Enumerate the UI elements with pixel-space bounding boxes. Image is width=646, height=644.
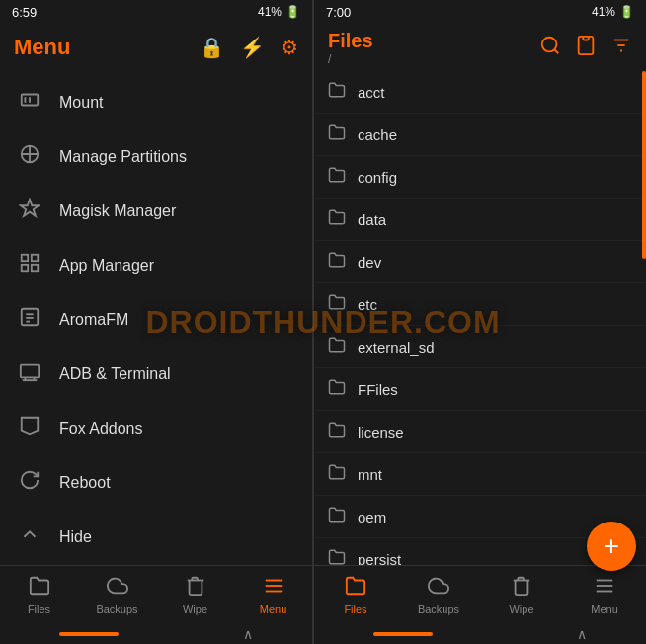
menu-item-adb[interactable]: ADB & Terminal (0, 347, 312, 401)
right-nav-backups[interactable]: Backups (397, 566, 480, 624)
right-title-block: Files / (328, 29, 373, 66)
folder-icon (328, 81, 346, 103)
lock-icon[interactable]: 🔒 (200, 36, 224, 59)
left-nav-files-icon (29, 575, 50, 602)
left-status-bar: 6:59 41% 🔋 (0, 0, 312, 24)
right-nav-menu-icon (594, 575, 615, 602)
file-name: cache (358, 126, 397, 143)
right-up-arrow: ∧ (577, 626, 587, 642)
menu-list: Mount Manage Partitions Magisk Manager (0, 71, 312, 565)
adb-label: ADB & Terminal (59, 365, 171, 383)
left-battery-icon: 🔋 (285, 5, 300, 19)
right-nav-files[interactable]: Files (314, 566, 397, 624)
right-nav-wipe-label: Wipe (509, 604, 533, 615)
file-item-etc[interactable]: etc (314, 283, 646, 326)
left-gesture-pill (59, 632, 119, 636)
magisk-icon (16, 198, 43, 224)
folder-icon (328, 548, 346, 565)
file-item-cache[interactable]: cache (314, 114, 646, 156)
left-bottom-nav: Files Backups Wipe (0, 565, 312, 624)
left-time: 6:59 (12, 5, 37, 20)
folder-icon (328, 378, 346, 400)
left-nav-wipe-icon (185, 575, 206, 602)
folder-icon (328, 463, 346, 485)
right-time: 7:00 (326, 5, 351, 20)
right-panel: 7:00 41% 🔋 Files / (314, 0, 646, 644)
right-nav-backups-icon (428, 575, 449, 602)
right-battery: 41% (592, 5, 615, 19)
fox-label: Fox Addons (59, 420, 143, 438)
right-gesture-pill (373, 632, 433, 636)
menu-item-reboot[interactable]: Reboot (0, 455, 312, 510)
file-name: mnt (358, 466, 382, 483)
file-item-ffiles[interactable]: FFiles (314, 368, 646, 411)
folder-icon (328, 293, 346, 315)
file-item-mnt[interactable]: mnt (314, 453, 646, 496)
left-nav-files-label: Files (28, 604, 50, 615)
left-nav-menu-icon (263, 575, 284, 602)
file-item-acct[interactable]: acct (314, 71, 646, 114)
left-nav-backups[interactable]: Backups (78, 566, 156, 624)
right-nav-wipe[interactable]: Wipe (480, 566, 563, 624)
folder-icon (328, 208, 346, 230)
reboot-icon (16, 469, 43, 496)
left-title: Menu (14, 35, 70, 60)
file-name: data (358, 211, 386, 228)
left-nav-backups-icon (107, 575, 128, 602)
menu-item-aroma[interactable]: AromaFM (0, 292, 312, 347)
svg-rect-5 (32, 255, 38, 261)
fab-plus-icon: + (604, 530, 619, 562)
folder-icon (328, 421, 346, 443)
folder-icon (328, 336, 346, 358)
menu-item-fox[interactable]: Fox Addons (0, 401, 312, 455)
svg-line-21 (554, 49, 558, 53)
file-name: config (358, 169, 397, 186)
left-nav-files[interactable]: Files (0, 566, 78, 624)
search-icon[interactable] (539, 35, 561, 61)
file-name: external_sd (358, 339, 435, 356)
left-status-icons: 41% 🔋 (258, 5, 300, 19)
menu-item-mount[interactable]: Mount (0, 75, 312, 129)
file-item-license[interactable]: license (314, 411, 646, 453)
left-nav-menu-label: Menu (260, 604, 287, 615)
fab-button[interactable]: + (587, 522, 636, 571)
menu-item-hide[interactable]: Hide (0, 510, 312, 564)
menu-item-partitions[interactable]: Manage Partitions (0, 129, 312, 184)
right-nav-wipe-icon (511, 575, 532, 602)
apps-label: App Manager (59, 257, 154, 275)
file-item-config[interactable]: config (314, 156, 646, 199)
right-title: Files (328, 29, 373, 52)
lightning-icon[interactable]: ⚡ (240, 36, 265, 59)
file-item-data[interactable]: data (314, 199, 646, 241)
hide-icon (16, 523, 43, 550)
menu-item-magisk[interactable]: Magisk Manager (0, 184, 312, 238)
right-nav-files-icon (345, 575, 366, 602)
svg-rect-6 (22, 265, 28, 271)
aroma-icon (16, 306, 43, 333)
menu-item-apps[interactable]: App Manager (0, 238, 312, 292)
left-nav-menu[interactable]: Menu (234, 566, 312, 624)
partitions-label: Manage Partitions (59, 148, 187, 166)
clipboard-icon[interactable] (575, 35, 597, 61)
filter-icon[interactable] (610, 35, 632, 61)
magisk-label: Magisk Manager (59, 202, 176, 220)
right-nav-files-label: Files (344, 604, 366, 615)
file-item-external-sd[interactable]: external_sd (314, 326, 646, 368)
folder-icon (328, 251, 346, 273)
file-list: acct cache config data (314, 71, 646, 565)
right-header: Files / (314, 24, 646, 71)
left-nav-wipe[interactable]: Wipe (156, 566, 234, 624)
svg-rect-12 (21, 365, 39, 378)
right-bottom-nav: Files Backups Wipe (314, 565, 646, 624)
right-nav-menu[interactable]: Menu (563, 566, 646, 624)
file-name: etc (358, 296, 377, 313)
settings-icon[interactable]: ⚙ (281, 36, 298, 59)
left-nav-backups-label: Backups (96, 604, 137, 615)
right-gesture-bar: ∧ (314, 624, 646, 644)
right-status-icons: 41% 🔋 (592, 5, 634, 19)
right-nav-backups-label: Backups (418, 604, 459, 615)
file-item-dev[interactable]: dev (314, 241, 646, 283)
aroma-label: AromaFM (59, 311, 128, 329)
file-name: oem (358, 509, 386, 525)
file-name: license (358, 424, 404, 441)
